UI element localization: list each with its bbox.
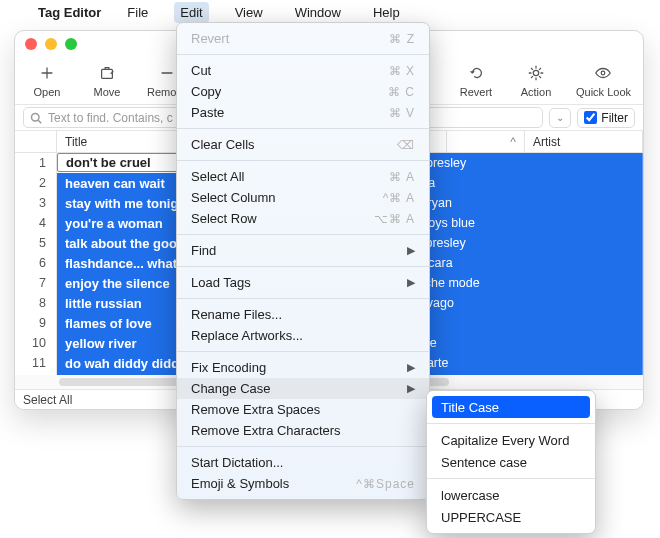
menu-item-fix-encoding[interactable]: Fix Encoding▶	[177, 357, 429, 378]
svg-point-2	[602, 71, 606, 75]
action-label: Action	[521, 86, 552, 98]
menu-item-remove-chars[interactable]: Remove Extra Characters	[177, 420, 429, 441]
row-number: 3	[15, 193, 57, 213]
filter-label: Filter	[601, 111, 628, 125]
filter-toggle[interactable]: Filter	[577, 108, 635, 128]
menu-item-load-tags[interactable]: Load Tags▶	[177, 272, 429, 293]
minimize-window-button[interactable]	[45, 38, 57, 50]
search-icon	[30, 112, 42, 124]
chevron-down-icon: ⌄	[556, 112, 564, 123]
open-label: Open	[34, 86, 61, 98]
menubar: Tag Editor File Edit View Window Help	[0, 0, 660, 24]
search-placeholder: Text to find. Contains, c	[48, 111, 173, 125]
status-text: Select All	[23, 393, 72, 407]
menu-item-select-all[interactable]: Select All⌘ A	[177, 166, 429, 187]
chevron-right-icon: ▶	[407, 276, 415, 289]
row-number: 1	[15, 153, 57, 173]
svg-point-3	[32, 113, 40, 121]
menu-item-cut[interactable]: Cut⌘ X	[177, 60, 429, 81]
revert-icon	[466, 64, 486, 82]
zoom-window-button[interactable]	[65, 38, 77, 50]
submenu-capitalize-every[interactable]: Capitalize Every Word	[427, 429, 595, 451]
quick-look-button[interactable]: Quick Look	[576, 64, 631, 98]
menu-item-change-case[interactable]: Change Case▶	[177, 378, 429, 399]
menu-item-dictation[interactable]: Start Dictation...	[177, 452, 429, 473]
row-number: 6	[15, 253, 57, 273]
move-icon	[97, 64, 117, 82]
menu-item-select-row[interactable]: Select Row⌥⌘ A	[177, 208, 429, 229]
column-number[interactable]	[15, 131, 57, 152]
revert-label: Revert	[460, 86, 492, 98]
revert-button[interactable]: Revert	[456, 64, 496, 98]
filter-checkbox[interactable]	[584, 111, 597, 124]
column-artist[interactable]: Artist	[525, 131, 643, 152]
menu-item-remove-spaces[interactable]: Remove Extra Spaces	[177, 399, 429, 420]
edit-menu-dropdown: Revert⌘ Z Cut⌘ X Copy⌘ C Paste⌘ V Clear …	[176, 22, 430, 500]
menu-item-clear-cells[interactable]: Clear Cells⌫	[177, 134, 429, 155]
row-number: 11	[15, 353, 57, 373]
row-number: 2	[15, 173, 57, 193]
action-button[interactable]: Action	[516, 64, 556, 98]
field-chip[interactable]: ⌄	[549, 108, 571, 128]
menu-item-revert: Revert⌘ Z	[177, 28, 429, 49]
menu-edit[interactable]: Edit	[174, 2, 208, 23]
quick-look-label: Quick Look	[576, 86, 631, 98]
minus-icon	[157, 64, 177, 82]
menu-item-replace-artworks[interactable]: Replace Artworks...	[177, 325, 429, 346]
row-number: 9	[15, 313, 57, 333]
column-sort[interactable]: ^	[447, 131, 525, 152]
submenu-uppercase[interactable]: UPPERCASE	[427, 506, 595, 528]
move-button[interactable]: Move	[87, 64, 127, 98]
change-case-submenu: Title Case Capitalize Every Word Sentenc…	[426, 390, 596, 534]
menu-item-copy[interactable]: Copy⌘ C	[177, 81, 429, 102]
svg-point-1	[533, 70, 538, 75]
row-number: 7	[15, 273, 57, 293]
menu-window[interactable]: Window	[289, 2, 347, 23]
chevron-right-icon: ▶	[407, 361, 415, 374]
move-label: Move	[94, 86, 121, 98]
row-number: 8	[15, 293, 57, 313]
menu-view[interactable]: View	[229, 2, 269, 23]
submenu-lowercase[interactable]: lowercase	[427, 484, 595, 506]
chevron-right-icon: ▶	[407, 244, 415, 257]
row-number: 5	[15, 233, 57, 253]
eye-icon	[593, 64, 613, 82]
chevron-right-icon: ▶	[407, 382, 415, 395]
menu-item-select-column[interactable]: Select Column^⌘ A	[177, 187, 429, 208]
app-menu[interactable]: Tag Editor	[38, 5, 101, 20]
row-number: 10	[15, 333, 57, 353]
menu-item-rename-files[interactable]: Rename Files...	[177, 304, 429, 325]
close-window-button[interactable]	[25, 38, 37, 50]
menu-item-find[interactable]: Find▶	[177, 240, 429, 261]
submenu-title-case[interactable]: Title Case	[432, 396, 590, 418]
row-number: 4	[15, 213, 57, 233]
submenu-sentence-case[interactable]: Sentence case	[427, 451, 595, 473]
menu-item-emoji[interactable]: Emoji & Symbols^⌘Space	[177, 473, 429, 494]
plus-icon	[37, 64, 57, 82]
menu-item-paste[interactable]: Paste⌘ V	[177, 102, 429, 123]
menu-file[interactable]: File	[121, 2, 154, 23]
menu-help[interactable]: Help	[367, 2, 406, 23]
gear-icon	[526, 64, 546, 82]
open-button[interactable]: Open	[27, 64, 67, 98]
